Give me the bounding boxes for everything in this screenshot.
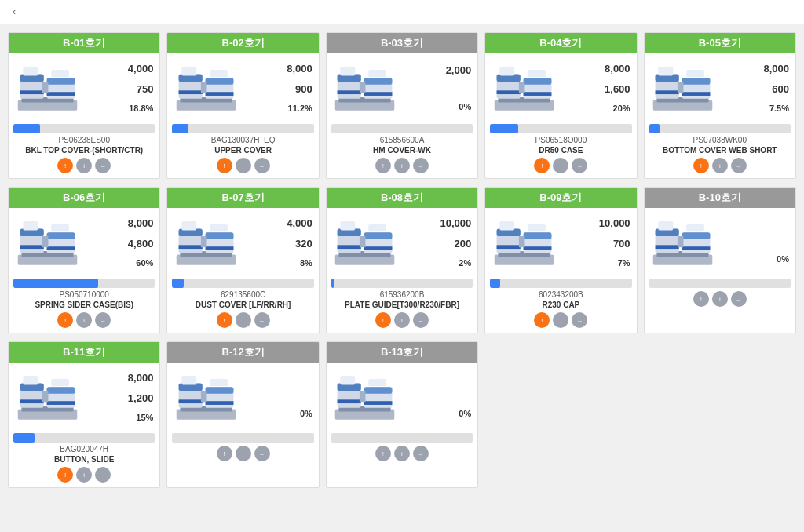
percent-value: 0% bbox=[459, 409, 471, 418]
svg-rect-21 bbox=[201, 82, 207, 93]
icon-alert[interactable]: ! bbox=[375, 312, 391, 328]
icon-alert[interactable]: ! bbox=[375, 158, 391, 173]
icon-stop[interactable]: – bbox=[254, 312, 270, 328]
icon-stop[interactable]: – bbox=[413, 312, 429, 328]
svg-rect-117 bbox=[46, 401, 75, 405]
svg-rect-72 bbox=[178, 245, 202, 249]
card-body: 8,000 600 7.5% bbox=[645, 53, 795, 122]
icon-info[interactable]: i bbox=[76, 467, 92, 483]
icon-info[interactable]: i bbox=[394, 158, 410, 173]
svg-rect-131 bbox=[201, 391, 207, 402]
icon-info[interactable]: i bbox=[553, 158, 568, 173]
icon-info[interactable]: i bbox=[236, 158, 251, 173]
svg-rect-119 bbox=[51, 378, 69, 385]
svg-rect-29 bbox=[364, 92, 393, 96]
icon-info[interactable]: i bbox=[394, 446, 410, 461]
svg-rect-142 bbox=[360, 391, 366, 402]
card-name: HM COVER-WK bbox=[331, 146, 473, 155]
icon-alert[interactable]: ! bbox=[57, 467, 73, 483]
icon-alert[interactable]: ! bbox=[217, 312, 232, 328]
icon-stop[interactable]: – bbox=[95, 467, 111, 483]
svg-rect-93 bbox=[523, 232, 551, 239]
card-icons: ! i – bbox=[172, 446, 313, 461]
icon-info[interactable]: i bbox=[712, 158, 728, 173]
progress-bar-fill bbox=[13, 124, 40, 133]
machine-card: B-06호기 8,000 4,800 60% bbox=[8, 187, 160, 333]
icon-stop[interactable]: – bbox=[413, 158, 429, 173]
svg-rect-75 bbox=[210, 224, 228, 231]
icon-info[interactable]: i bbox=[553, 312, 568, 328]
svg-rect-20 bbox=[210, 69, 228, 76]
svg-rect-54 bbox=[678, 82, 684, 93]
machine-image bbox=[170, 56, 241, 119]
svg-rect-137 bbox=[364, 387, 393, 394]
svg-rect-74 bbox=[181, 221, 196, 230]
progress-bar-container bbox=[13, 124, 155, 133]
card-icons: ! i – bbox=[490, 312, 631, 328]
svg-rect-62 bbox=[46, 246, 75, 250]
card-body: 10,000 200 2% bbox=[327, 208, 477, 277]
icon-alert[interactable]: ! bbox=[534, 312, 550, 328]
card-code: 629135600C bbox=[172, 290, 313, 299]
icon-stop[interactable]: – bbox=[572, 312, 587, 328]
icon-stop[interactable]: – bbox=[95, 312, 111, 328]
card-body: 4,000 320 8% bbox=[167, 208, 318, 277]
svg-rect-9 bbox=[51, 69, 69, 76]
svg-rect-28 bbox=[338, 90, 361, 94]
percent-value: 20% bbox=[613, 104, 630, 113]
percent-value: 15% bbox=[136, 413, 153, 422]
svg-rect-18 bbox=[205, 92, 233, 96]
icon-stop[interactable]: – bbox=[254, 446, 270, 461]
card-code: 602343200B bbox=[490, 290, 631, 299]
svg-rect-106 bbox=[682, 246, 711, 250]
icon-alert[interactable]: ! bbox=[57, 158, 73, 173]
icon-alert[interactable]: ! bbox=[57, 312, 73, 328]
machine-card: B-03호기 2,000 0% bbox=[326, 32, 478, 179]
icon-stop[interactable]: – bbox=[413, 446, 429, 461]
icon-info[interactable]: i bbox=[394, 312, 410, 328]
svg-rect-6 bbox=[20, 90, 43, 94]
machine-image bbox=[12, 211, 82, 274]
card-icons: ! i – bbox=[331, 312, 473, 328]
icon-stop[interactable]: – bbox=[95, 158, 111, 173]
icon-alert[interactable]: ! bbox=[217, 446, 232, 461]
icon-alert[interactable]: ! bbox=[217, 158, 232, 173]
card-footer: BAG020047H BUTTON, SLIDE ! i – bbox=[9, 432, 159, 487]
icon-info[interactable]: i bbox=[76, 312, 92, 328]
card-name: BUTTON, SLIDE bbox=[13, 455, 155, 464]
icon-alert[interactable]: ! bbox=[693, 158, 709, 173]
icon-alert[interactable]: ! bbox=[534, 158, 550, 173]
svg-rect-95 bbox=[523, 246, 551, 250]
back-arrow[interactable]: ‹ bbox=[13, 6, 16, 17]
icon-info[interactable]: i bbox=[236, 312, 251, 328]
icon-stop[interactable]: – bbox=[254, 158, 270, 173]
icon-stop[interactable]: – bbox=[731, 291, 747, 307]
svg-rect-41 bbox=[499, 67, 514, 75]
icon-info[interactable]: i bbox=[236, 446, 251, 461]
actual-value: 320 bbox=[295, 238, 312, 250]
svg-rect-5 bbox=[46, 78, 75, 85]
svg-rect-98 bbox=[519, 236, 525, 247]
card-stats: 8,000 4,800 60% bbox=[82, 211, 156, 274]
svg-rect-105 bbox=[656, 245, 679, 249]
icon-alert[interactable]: ! bbox=[693, 291, 709, 307]
percent-value: 0% bbox=[300, 409, 312, 418]
svg-rect-53 bbox=[686, 69, 704, 76]
svg-rect-52 bbox=[658, 67, 673, 75]
svg-rect-10 bbox=[42, 82, 48, 93]
card-code: 615856600A bbox=[331, 136, 473, 144]
icon-alert[interactable]: ! bbox=[375, 446, 391, 461]
icon-info[interactable]: i bbox=[712, 291, 728, 307]
card-footer: PS06518O000 DR50 CASE ! i – bbox=[485, 122, 636, 178]
machine-image bbox=[12, 366, 82, 428]
card-code: 615936200B bbox=[331, 290, 473, 299]
progress-bar-container bbox=[331, 433, 473, 443]
card-name: R230 CAP bbox=[490, 301, 631, 309]
card-body: 8,000 1,200 15% bbox=[9, 363, 159, 432]
icon-stop[interactable]: – bbox=[731, 158, 747, 173]
svg-rect-130 bbox=[210, 378, 228, 385]
card-name: BKL TOP COVER-(SHORT/CTR) bbox=[13, 146, 155, 155]
actual-value: 700 bbox=[613, 238, 630, 250]
icon-stop[interactable]: – bbox=[572, 158, 587, 173]
icon-info[interactable]: i bbox=[76, 158, 92, 173]
